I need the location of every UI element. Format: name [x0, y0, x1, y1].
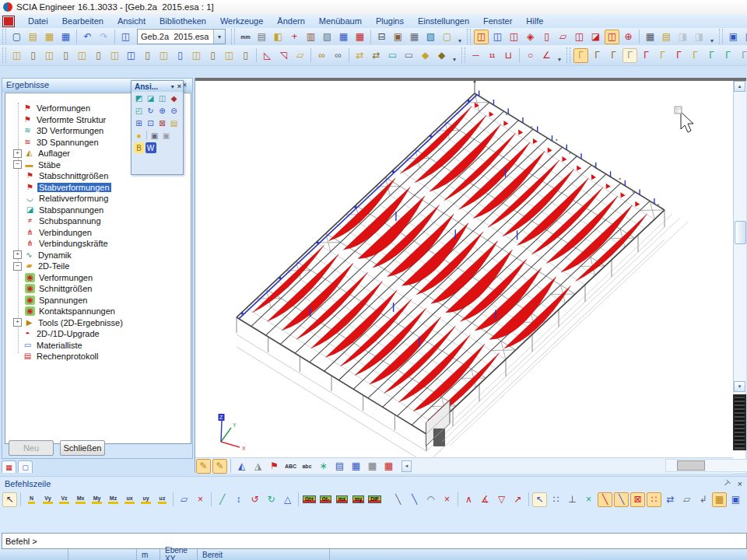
frame-icon[interactable]: ◫ [124, 48, 139, 63]
wall-icon[interactable]: ◫ [189, 48, 204, 63]
scroll-down-icon[interactable]: ▾ [734, 381, 745, 392]
tree-item-label[interactable]: Kontaktspannungen [37, 306, 117, 316]
tree-item-label[interactable]: Materialliste [35, 341, 84, 350]
toolbar-handle[interactable] [566, 47, 570, 63]
tree-item-label[interactable]: Spannungen [37, 296, 89, 305]
result-ux-icon[interactable]: ux [122, 492, 137, 507]
purlin-icon[interactable]: ◫ [107, 48, 122, 63]
command-close-icon[interactable]: × [738, 479, 742, 488]
deformation-results-icon[interactable]: ▱ [556, 30, 570, 44]
menu-item-ansicht[interactable]: Ansicht [110, 15, 153, 27]
graphical-viewport[interactable]: XYZ ▴ ▾ ✎✎◭◮⚑ABCabc∗▤▦▦▦ ◂ ▸ [195, 78, 745, 473]
snap-intersect-active-icon[interactable]: ⊠ [630, 492, 645, 507]
section-green-2-icon[interactable]: Γ [721, 48, 735, 63]
light-icon[interactable]: ● [134, 130, 145, 141]
wireframe-icon[interactable]: ▣ [149, 130, 160, 141]
tree-item[interactable]: ◉Schnittgrößen [5, 283, 191, 295]
result-values-icon[interactable]: 11 [485, 48, 500, 63]
connection-results-icon[interactable]: ◫ [572, 30, 587, 44]
dot-grid-icon[interactable]: ∷ [549, 492, 563, 507]
vertical-scroll-thumb[interactable] [735, 221, 746, 244]
tree-item[interactable]: ◪Stabspannungen [5, 205, 191, 216]
numeric-input-icon[interactable]: ▦ [712, 492, 727, 507]
result-my-icon[interactable]: My [89, 492, 104, 507]
tree-item[interactable]: ⋔Verbindungskräfte [5, 238, 191, 250]
beam-icon[interactable]: ◫ [42, 48, 57, 63]
member-1d-icon[interactable]: ◫ [9, 48, 24, 63]
dropdown-arrow-icon[interactable]: ▾ [213, 30, 225, 44]
collapsed-panel-vertical[interactable] [733, 394, 746, 450]
combination-icon[interactable]: ▭ [385, 48, 400, 63]
tree-item[interactable]: −▰2D-Teile [5, 261, 191, 272]
result-vy-icon[interactable]: Vy [40, 492, 55, 507]
save-view-icon[interactable]: ▦ [643, 30, 658, 44]
cross-link-icon[interactable]: ◫ [75, 48, 89, 63]
save-esa-icon[interactable]: ▦ [42, 30, 57, 44]
line-grid-icon[interactable]: ⊥ [565, 492, 580, 507]
view-custom-icon[interactable]: ◰ [134, 105, 145, 116]
tree-item-label[interactable]: Stabspannungen [37, 205, 105, 215]
plate-icon[interactable]: ▯ [173, 48, 188, 63]
bracing-icon[interactable]: ◫ [156, 48, 171, 63]
node-results-icon[interactable]: ◫ [490, 30, 505, 44]
result-section-icon[interactable]: ⊔ [501, 48, 516, 63]
load-case-icon[interactable]: ⇄ [352, 48, 367, 63]
result-gt-minus-icon[interactable]: Gt- [318, 492, 333, 507]
result-resultant-icon[interactable]: ▱ [177, 492, 191, 507]
section-edit-icon[interactable]: Γ [590, 48, 605, 63]
redo-icon[interactable]: ↷ [96, 30, 111, 44]
tree-item-label[interactable]: Relativverformung [37, 194, 110, 203]
tree-item-label[interactable]: Verformte Struktur [35, 115, 107, 124]
snap-tangent-icon[interactable]: ↗ [510, 492, 525, 507]
view-filter-icon[interactable]: ◨ [675, 30, 690, 44]
stress-results-icon[interactable]: ▯ [539, 30, 554, 44]
result-uz-icon[interactable]: uz [155, 492, 170, 507]
menu-item-plugins[interactable]: Plugins [369, 15, 411, 27]
activities-icon[interactable]: ◧ [271, 30, 286, 44]
section-delete-icon[interactable]: Γ [639, 48, 654, 63]
nodes-on-icon[interactable]: ∞ [314, 48, 329, 63]
tree-item[interactable]: ⋔Verbindungen [5, 227, 191, 239]
view-y-icon[interactable]: ◪ [146, 93, 156, 103]
tree-item-label[interactable]: Tools (2D-Ergebnisse) [37, 318, 124, 327]
grid-settings-icon[interactable]: ▦ [381, 459, 396, 474]
shrink-members-icon[interactable]: ∗ [316, 459, 331, 474]
toolbar-handle[interactable] [2, 47, 6, 63]
snap-return-icon[interactable]: ↲ [696, 492, 710, 507]
opening-icon[interactable]: ▯ [238, 48, 253, 63]
fast-draw-icon[interactable]: ✎ [196, 459, 211, 474]
clear-results-icon[interactable]: ◪ [588, 30, 603, 44]
expand-plus-icon[interactable]: + [13, 318, 22, 327]
tree-item-label[interactable]: 3D Verformungen [35, 126, 105, 135]
mass-icon[interactable]: ◆ [418, 48, 433, 63]
tree-item-label[interactable]: Stabschnittgrößen [37, 171, 110, 180]
member-results-icon[interactable]: ◫ [474, 30, 489, 44]
toolbar-overflow-chevron[interactable]: ▾ [455, 29, 465, 44]
zoom-all-icon[interactable]: ⊡ [146, 117, 156, 128]
menu-item-werkzeuge[interactable]: Werkzeuge [213, 15, 270, 27]
tree-item[interactable]: +∿Dynamik [5, 250, 191, 261]
circle-icon[interactable]: ○ [523, 48, 538, 63]
result-fx-icon[interactable]: ╱ [215, 492, 230, 507]
table-results-icon[interactable]: ▦ [336, 30, 351, 44]
menu-item-hilfe[interactable]: Hilfe [519, 15, 550, 27]
toolbar-handle[interactable] [461, 47, 465, 63]
tree-item-label[interactable]: Auflager [37, 149, 72, 158]
line-mode-icon[interactable]: ╲ [391, 492, 405, 507]
nodes-off-icon[interactable]: ∞ [331, 48, 345, 63]
save-icon[interactable]: ▦ [58, 30, 73, 44]
layers-icon[interactable]: ▤ [254, 30, 269, 44]
command-input[interactable]: Befehl > [2, 533, 747, 549]
tree-item[interactable]: ◉Spannungen [5, 295, 191, 306]
new-button[interactable]: Neu [9, 440, 54, 456]
tree-item-label[interactable]: Stäbe [37, 160, 62, 170]
result-mx-icon[interactable]: Mx [73, 492, 88, 507]
result-mz-icon[interactable]: Mz [106, 492, 121, 507]
snap-points-active-icon[interactable]: ∷ [647, 492, 661, 507]
section-gray-icon[interactable]: Γ [737, 48, 747, 63]
toolbar-overflow-chevron[interactable]: ▾ [555, 47, 564, 63]
expand-plus-icon[interactable]: + [13, 250, 22, 259]
section-copy-icon[interactable]: Γ [606, 48, 621, 63]
polyline-mode-icon[interactable]: ╲ [407, 492, 422, 507]
menu-item-bearbeiten[interactable]: Bearbeiten [55, 15, 110, 27]
